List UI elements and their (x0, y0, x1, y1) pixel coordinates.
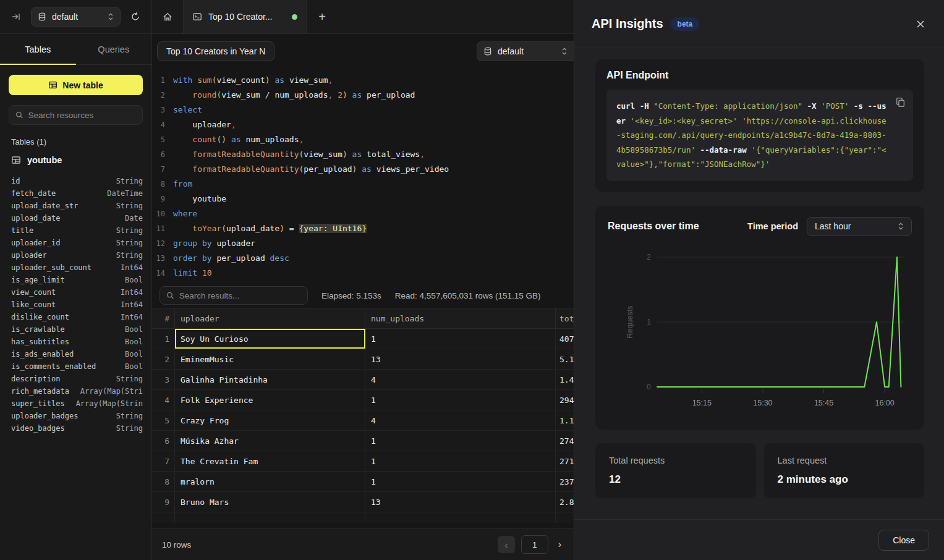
table-row[interactable]: 7The Crevatin Fam1271 (152, 451, 574, 472)
schema-column[interactable]: is_age_limitBool (11, 274, 143, 286)
row-number: 6 (152, 431, 175, 451)
resource-search[interactable] (9, 105, 143, 125)
schema-column[interactable]: uploader_idString (11, 237, 143, 249)
schema-column[interactable]: rich_metadataArray(Map(Stri (11, 385, 143, 397)
code-text: from (173, 177, 192, 192)
table-row[interactable]: 9Bruno Mars132.8 (152, 492, 574, 512)
new-table-label: New table (62, 80, 103, 90)
schema-column[interactable]: descriptionString (11, 373, 143, 385)
table-row[interactable]: 4Folk Experience1294 (152, 390, 574, 410)
sidebar-tab-queries[interactable]: Queries (76, 34, 152, 64)
schema-column[interactable]: dislike_countInt64 (11, 311, 143, 323)
cell-uploader[interactable]: Folk Experience (175, 390, 365, 410)
column-header-index[interactable]: # (152, 308, 175, 328)
table-row[interactable]: 2EminemMusic135.1 (152, 349, 574, 370)
schema-column[interactable]: uploader_badgesString (11, 410, 143, 422)
cell-num-uploads[interactable]: 1 (365, 431, 556, 451)
code-line: 9 youtube (152, 192, 574, 206)
schema-column[interactable]: upload_dateDate (11, 212, 143, 224)
code-text: formatReadableQuantity(per_upload) as vi… (173, 162, 449, 177)
schema-column[interactable]: uploaderString (11, 249, 143, 261)
cell-num-uploads[interactable]: 1 (365, 329, 556, 349)
cell-uploader[interactable]: Bruno Mars (175, 492, 365, 512)
cell-uploader[interactable]: mralorn (175, 472, 365, 491)
code-text: round(view_sum / num_uploads, 2) as per_… (173, 88, 415, 103)
cell-num-uploads[interactable]: 13 (365, 349, 556, 369)
cell-total[interactable]: 271 (556, 451, 574, 471)
cell-total[interactable]: 294 (556, 390, 574, 410)
cell-total[interactable]: 407 (556, 329, 574, 349)
cell-uploader[interactable]: EminemMusic (175, 349, 365, 369)
close-button[interactable]: Close (878, 530, 929, 551)
refresh-button[interactable] (128, 9, 143, 24)
cell-num-uploads[interactable]: 4 (365, 410, 556, 430)
schema-column[interactable]: video_badgesString (11, 422, 143, 435)
column-header-uploader[interactable]: uploader (175, 308, 365, 328)
cell-uploader[interactable]: Galinha Pintadinha (175, 370, 365, 389)
cell-total[interactable]: 274 (556, 431, 574, 451)
collapse-sidebar-button[interactable] (9, 9, 23, 24)
cell-total[interactable]: 1.1 (556, 410, 574, 430)
row-number: 4 (152, 390, 175, 410)
resource-search-input[interactable] (28, 111, 136, 120)
new-table-button[interactable]: New table (9, 75, 143, 95)
copy-button[interactable] (895, 97, 906, 108)
new-tab-button[interactable]: + (307, 0, 338, 33)
table-row[interactable]: 6Músika Azhar1274 (152, 431, 574, 451)
code-line: 13order by per_upload desc (152, 251, 574, 266)
schema-column[interactable]: is_crawlableBool (11, 323, 143, 336)
code-token: with (173, 75, 197, 85)
cell-num-uploads[interactable]: 4 (365, 370, 556, 389)
cell-num-uploads[interactable]: 1 (365, 390, 556, 410)
code-text: limit 10 (173, 266, 212, 281)
current-page[interactable]: 1 (521, 535, 548, 554)
query-title-field[interactable]: Top 10 Creators in Year N (157, 41, 274, 61)
time-period-select[interactable]: Last hour (807, 217, 912, 236)
sidebar-tab-tables[interactable]: Tables (0, 34, 76, 64)
cell-num-uploads[interactable]: 1 (365, 451, 556, 471)
cell-num-uploads[interactable]: 1 (365, 472, 556, 491)
cell-total[interactable]: 2.8 (556, 492, 574, 512)
line-number: 9 (152, 192, 173, 206)
cell-total[interactable]: 1.4 (556, 370, 574, 389)
cell-total[interactable]: 237 (556, 472, 574, 491)
schema-column[interactable]: fetch_dateDateTime (11, 187, 143, 200)
column-header-total[interactable]: tot (556, 308, 574, 328)
column-header-num-uploads[interactable]: num_uploads (365, 308, 556, 328)
table-row[interactable]: 8mralorn1237 (152, 472, 574, 492)
table-entry-youtube[interactable]: youtube (9, 155, 143, 165)
tab-top-10-creators[interactable]: Top 10 Creator... (183, 0, 307, 33)
table-row[interactable]: 1Soy Un Curioso1407 (152, 329, 574, 349)
schema-column[interactable]: has_subtitlesBool (11, 336, 143, 348)
schema-column[interactable]: titleString (11, 224, 143, 237)
schema-column[interactable]: idString (11, 175, 143, 187)
line-number: 3 (152, 103, 173, 117)
sql-editor[interactable]: 1with sum(view_count) as view_sum,2 roun… (152, 68, 574, 283)
results-search[interactable] (159, 286, 308, 305)
schema-column[interactable]: upload_date_strString (11, 200, 143, 212)
table-row[interactable]: 3Galinha Pintadinha41.4 (152, 370, 574, 390)
database-selector[interactable]: default (31, 7, 121, 27)
schema-column[interactable]: is_comments_enabledBool (11, 360, 143, 373)
next-page-button[interactable]: › (555, 539, 565, 550)
schema-column[interactable]: uploader_sub_countInt64 (11, 261, 143, 274)
cell-uploader[interactable]: The Crevatin Fam (175, 451, 365, 471)
schema-column[interactable]: view_countInt64 (11, 286, 143, 299)
editor-database-selector[interactable]: default (477, 41, 574, 61)
cell-total[interactable]: 5.1 (556, 349, 574, 369)
home-button[interactable] (152, 0, 183, 33)
close-panel-button[interactable] (916, 19, 925, 29)
code-token: uploader (192, 120, 231, 129)
code-token: 2 (333, 90, 342, 100)
schema-column[interactable]: is_ads_enabledBool (11, 348, 143, 360)
code-token: , (231, 120, 236, 129)
cell-uploader[interactable]: Crazy Frog (175, 410, 365, 430)
schema-column[interactable]: like_countInt64 (11, 299, 143, 311)
cell-uploader[interactable]: Soy Un Curioso (175, 329, 365, 349)
schema-column[interactable]: super_titlesArray(Map(Strin (11, 397, 143, 410)
cell-uploader[interactable]: Músika Azhar (175, 431, 365, 451)
results-search-input[interactable] (179, 291, 301, 300)
prev-page-button[interactable]: ‹ (498, 536, 515, 553)
cell-num-uploads[interactable]: 13 (365, 492, 556, 512)
table-row[interactable]: 5Crazy Frog41.1 (152, 410, 574, 431)
